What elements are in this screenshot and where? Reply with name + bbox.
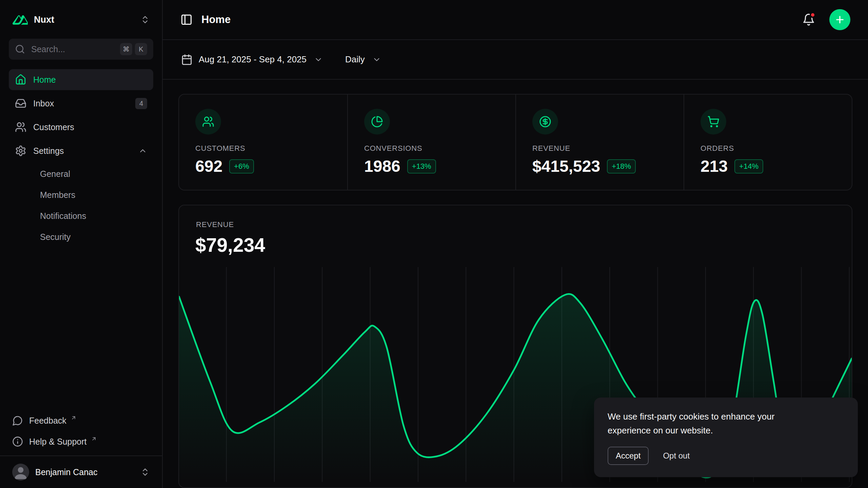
sidebar-item-label: Settings [33, 146, 64, 156]
stat-value: 213 [701, 157, 728, 176]
workspace-name: Nuxt [34, 15, 54, 25]
help-support-label: Help & Support [29, 437, 87, 447]
house-icon [15, 74, 26, 85]
stat-value: $415,523 [532, 157, 600, 176]
chevrons-up-down-icon [140, 467, 150, 477]
filters-toolbar: Aug 21, 2025 - Sep 4, 2025 Daily [163, 40, 868, 80]
gear-icon [15, 145, 26, 157]
chart-pie-icon [364, 109, 390, 135]
feedback-label: Feedback [29, 416, 66, 426]
users-icon [195, 109, 221, 135]
stat-delta-badge: +14% [734, 159, 763, 174]
sidebar-item-customers[interactable]: Customers [9, 117, 153, 138]
user-menu[interactable]: Benjamin Canac [0, 455, 162, 488]
revenue-chart-value: $79,234 [179, 234, 852, 256]
shopping-cart-icon [701, 109, 726, 135]
accept-cookies-button[interactable]: Accept [608, 447, 649, 465]
optout-cookies-button[interactable]: Opt out [663, 451, 690, 461]
chevron-up-icon [138, 146, 147, 155]
users-icon [15, 121, 26, 133]
stat-delta-badge: +13% [407, 159, 436, 174]
avatar [12, 464, 29, 481]
external-link-icon [91, 436, 97, 442]
search-placeholder: Search... [31, 44, 65, 54]
stat-card-revenue[interactable]: REVENUE $415,523 +18% [515, 95, 684, 190]
sidebar-item-general[interactable]: General [9, 164, 153, 184]
chevrons-up-down-icon [140, 15, 150, 24]
message-bubble-icon [12, 415, 23, 426]
stat-card-customers[interactable]: CUSTOMERS 692 +6% [179, 95, 347, 190]
stat-label: CUSTOMERS [195, 144, 331, 153]
cookie-banner: We use first-party cookies to enhance yo… [594, 398, 858, 477]
calendar-icon [181, 54, 193, 65]
date-range-picker[interactable]: Aug 21, 2025 - Sep 4, 2025 [181, 54, 323, 65]
stat-label: REVENUE [532, 144, 667, 153]
sidebar-item-label: Customers [33, 122, 74, 132]
cookie-message: We use first-party cookies to enhance yo… [608, 410, 818, 437]
stat-delta-badge: +6% [229, 159, 254, 174]
header-actions [802, 9, 850, 30]
period-value: Daily [345, 54, 365, 65]
user-name: Benjamin Canac [35, 467, 97, 477]
chevron-down-icon [314, 55, 323, 64]
date-range-value: Aug 21, 2025 - Sep 4, 2025 [199, 54, 307, 65]
period-select[interactable]: Daily [345, 54, 381, 65]
kbd-meta: ⌘ [120, 43, 132, 55]
settings-subnav: General Members Notifications Security [9, 164, 153, 247]
search-icon [15, 44, 25, 54]
sidebar-toggle-button[interactable] [180, 14, 193, 26]
sidebar-footer: Feedback Help & Support [9, 411, 153, 455]
sidebar-item-security[interactable]: Security [9, 227, 153, 247]
feedback-link[interactable]: Feedback [9, 411, 153, 430]
kbd-k: K [135, 43, 147, 55]
sidebar-item-label: Home [33, 75, 56, 85]
notification-dot [810, 12, 816, 18]
sidebar-item-label: Inbox [33, 99, 54, 108]
revenue-chart-label: REVENUE [179, 220, 852, 229]
nuxt-logo-icon [12, 15, 28, 25]
sidebar-item-inbox[interactable]: Inbox 4 [9, 93, 153, 114]
stat-card-conversions[interactable]: CONVERSIONS 1986 +13% [347, 95, 515, 190]
stat-label: CONVERSIONS [364, 144, 499, 153]
sidebar-item-notifications[interactable]: Notifications [9, 206, 153, 226]
stat-value: 1986 [364, 157, 400, 176]
search-input[interactable]: Search... ⌘ K [9, 39, 153, 60]
workspace-switcher[interactable]: Nuxt [9, 9, 153, 30]
stat-label: ORDERS [701, 144, 835, 153]
info-circle-icon [12, 436, 23, 447]
stat-value: 692 [195, 157, 222, 176]
notifications-button[interactable] [802, 13, 815, 26]
page-title: Home [201, 14, 231, 26]
sidebar: Nuxt Search... ⌘ K Home [0, 0, 163, 488]
inbox-count-badge: 4 [135, 98, 147, 109]
search-shortcut: ⌘ K [120, 43, 147, 55]
page-header: Home [163, 0, 868, 40]
stat-card-orders[interactable]: ORDERS 213 +14% [684, 95, 852, 190]
help-support-link[interactable]: Help & Support [9, 432, 153, 451]
sidebar-item-members[interactable]: Members [9, 185, 153, 205]
circle-dollar-icon [532, 109, 558, 135]
inbox-icon [15, 98, 26, 109]
stat-delta-badge: +18% [607, 159, 636, 174]
add-button[interactable] [829, 9, 850, 30]
sidebar-item-settings[interactable]: Settings [9, 140, 153, 161]
chevron-down-icon [372, 55, 381, 64]
external-link-icon [71, 415, 77, 421]
stats-row: CUSTOMERS 692 +6% CONVERSIONS 1986 +13% [178, 94, 852, 190]
sidebar-nav: Home Inbox 4 Customers Sett [9, 69, 153, 247]
cookie-actions: Accept Opt out [608, 447, 844, 465]
sidebar-item-home[interactable]: Home [9, 69, 153, 90]
